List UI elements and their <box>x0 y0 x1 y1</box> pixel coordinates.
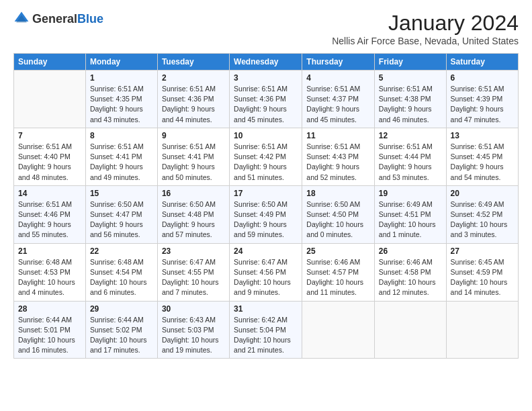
day-number: 9 <box>162 131 225 140</box>
day-number: 19 <box>379 189 442 198</box>
day-info: Sunrise: 6:51 AMSunset: 4:36 PMDaylight:… <box>234 84 298 125</box>
logo-icon <box>13 11 30 27</box>
day-info: Sunrise: 6:48 AMSunset: 4:53 PMDaylight:… <box>18 257 81 298</box>
logo-text-general: General <box>32 12 77 26</box>
day-number: 25 <box>306 246 370 256</box>
weekday-header-cell: Tuesday <box>157 54 229 71</box>
calendar-day-cell: 29Sunrise: 6:44 AMSunset: 5:02 PMDayligh… <box>85 301 157 359</box>
calendar-day-cell: 31Sunrise: 6:42 AMSunset: 5:04 PMDayligh… <box>230 301 302 359</box>
calendar-day-cell: 21Sunrise: 6:48 AMSunset: 4:53 PMDayligh… <box>14 243 86 301</box>
calendar-day-cell: 18Sunrise: 6:50 AMSunset: 4:50 PMDayligh… <box>302 185 375 243</box>
calendar-day-cell: 5Sunrise: 6:51 AMSunset: 4:38 PMDaylight… <box>374 71 446 128</box>
calendar-day-cell: 26Sunrise: 6:46 AMSunset: 4:58 PMDayligh… <box>374 243 446 301</box>
day-info: Sunrise: 6:44 AMSunset: 5:01 PMDaylight:… <box>18 315 81 356</box>
calendar-day-cell: 24Sunrise: 6:47 AMSunset: 4:56 PMDayligh… <box>230 243 302 301</box>
day-number: 10 <box>234 131 298 140</box>
day-info: Sunrise: 6:51 AMSunset: 4:35 PMDaylight:… <box>90 84 153 125</box>
day-info: Sunrise: 6:50 AMSunset: 4:50 PMDaylight:… <box>306 199 370 240</box>
weekday-header-cell: Wednesday <box>230 54 302 71</box>
calendar-day-cell: 28Sunrise: 6:44 AMSunset: 5:01 PMDayligh… <box>14 301 86 359</box>
day-number: 20 <box>451 189 514 198</box>
day-info: Sunrise: 6:51 AMSunset: 4:40 PMDaylight:… <box>18 142 81 183</box>
day-info: Sunrise: 6:51 AMSunset: 4:43 PMDaylight:… <box>306 142 370 183</box>
day-number: 16 <box>162 189 225 198</box>
weekday-header-cell: Sunday <box>14 54 86 71</box>
day-info: Sunrise: 6:46 AMSunset: 4:58 PMDaylight:… <box>379 257 442 298</box>
day-info: Sunrise: 6:49 AMSunset: 4:51 PMDaylight:… <box>379 199 442 240</box>
calendar-day-cell: 25Sunrise: 6:46 AMSunset: 4:57 PMDayligh… <box>302 243 375 301</box>
calendar-day-cell: 10Sunrise: 6:51 AMSunset: 4:42 PMDayligh… <box>230 128 302 185</box>
day-info: Sunrise: 6:51 AMSunset: 4:41 PMDaylight:… <box>162 142 225 183</box>
weekday-header-cell: Monday <box>85 54 157 71</box>
calendar-day-cell: 27Sunrise: 6:45 AMSunset: 4:59 PMDayligh… <box>446 243 518 301</box>
weekday-header-row: SundayMondayTuesdayWednesdayThursdayFrid… <box>14 54 519 71</box>
calendar-day-cell <box>302 301 375 359</box>
calendar-day-cell: 12Sunrise: 6:51 AMSunset: 4:44 PMDayligh… <box>374 128 446 185</box>
day-number: 15 <box>90 189 153 198</box>
day-number: 28 <box>18 304 81 314</box>
calendar-week-row: 21Sunrise: 6:48 AMSunset: 4:53 PMDayligh… <box>14 243 519 301</box>
day-info: Sunrise: 6:51 AMSunset: 4:38 PMDaylight:… <box>379 84 442 125</box>
day-number: 8 <box>90 131 153 140</box>
calendar-week-row: 14Sunrise: 6:51 AMSunset: 4:46 PMDayligh… <box>14 185 519 243</box>
day-number: 13 <box>451 131 514 140</box>
day-info: Sunrise: 6:46 AMSunset: 4:57 PMDaylight:… <box>306 257 370 298</box>
calendar-day-cell: 14Sunrise: 6:51 AMSunset: 4:46 PMDayligh… <box>14 185 86 243</box>
calendar-day-cell: 2Sunrise: 6:51 AMSunset: 4:36 PMDaylight… <box>157 71 229 128</box>
day-number: 21 <box>18 246 81 256</box>
day-info: Sunrise: 6:51 AMSunset: 4:36 PMDaylight:… <box>162 84 225 125</box>
calendar-week-row: 7Sunrise: 6:51 AMSunset: 4:40 PMDaylight… <box>14 128 519 185</box>
day-info: Sunrise: 6:47 AMSunset: 4:56 PMDaylight:… <box>234 257 298 298</box>
page-header: GeneralBlue January 2024 Nellis Air Forc… <box>13 11 519 46</box>
day-number: 12 <box>379 131 442 140</box>
day-number: 6 <box>451 73 514 83</box>
day-info: Sunrise: 6:51 AMSunset: 4:41 PMDaylight:… <box>90 142 153 183</box>
day-number: 2 <box>162 73 225 83</box>
day-info: Sunrise: 6:50 AMSunset: 4:48 PMDaylight:… <box>162 199 225 240</box>
calendar-day-cell: 17Sunrise: 6:50 AMSunset: 4:49 PMDayligh… <box>230 185 302 243</box>
logo-text-blue: Blue <box>77 12 103 26</box>
calendar-day-cell: 23Sunrise: 6:47 AMSunset: 4:55 PMDayligh… <box>157 243 229 301</box>
day-number: 7 <box>18 131 81 140</box>
weekday-header-cell: Saturday <box>446 54 518 71</box>
calendar-day-cell: 9Sunrise: 6:51 AMSunset: 4:41 PMDaylight… <box>157 128 229 185</box>
calendar-day-cell: 19Sunrise: 6:49 AMSunset: 4:51 PMDayligh… <box>374 185 446 243</box>
calendar-day-cell: 20Sunrise: 6:49 AMSunset: 4:52 PMDayligh… <box>446 185 518 243</box>
day-number: 29 <box>90 304 153 314</box>
calendar-day-cell <box>14 71 86 128</box>
calendar-body: 1Sunrise: 6:51 AMSunset: 4:35 PMDaylight… <box>14 71 519 359</box>
day-info: Sunrise: 6:45 AMSunset: 4:59 PMDaylight:… <box>451 257 514 298</box>
day-info: Sunrise: 6:51 AMSunset: 4:46 PMDaylight:… <box>18 199 81 240</box>
calendar-day-cell: 3Sunrise: 6:51 AMSunset: 4:36 PMDaylight… <box>230 71 302 128</box>
day-number: 3 <box>234 73 298 83</box>
weekday-header-cell: Thursday <box>302 54 375 71</box>
day-info: Sunrise: 6:51 AMSunset: 4:39 PMDaylight:… <box>451 84 514 125</box>
calendar-week-row: 1Sunrise: 6:51 AMSunset: 4:35 PMDaylight… <box>14 71 519 128</box>
day-info: Sunrise: 6:51 AMSunset: 4:37 PMDaylight:… <box>306 84 370 125</box>
calendar-day-cell <box>446 301 518 359</box>
day-number: 5 <box>379 73 442 83</box>
day-number: 17 <box>234 189 298 198</box>
calendar-table: SundayMondayTuesdayWednesdayThursdayFrid… <box>13 53 519 359</box>
day-number: 27 <box>451 246 514 256</box>
day-number: 14 <box>18 189 81 198</box>
day-info: Sunrise: 6:51 AMSunset: 4:44 PMDaylight:… <box>379 142 442 183</box>
calendar-day-cell: 8Sunrise: 6:51 AMSunset: 4:41 PMDaylight… <box>85 128 157 185</box>
calendar-day-cell: 13Sunrise: 6:51 AMSunset: 4:45 PMDayligh… <box>446 128 518 185</box>
day-info: Sunrise: 6:49 AMSunset: 4:52 PMDaylight:… <box>451 199 514 240</box>
day-number: 26 <box>379 246 442 256</box>
calendar-day-cell: 4Sunrise: 6:51 AMSunset: 4:37 PMDaylight… <box>302 71 375 128</box>
day-number: 4 <box>306 73 370 83</box>
calendar-day-cell: 30Sunrise: 6:43 AMSunset: 5:03 PMDayligh… <box>157 301 229 359</box>
day-info: Sunrise: 6:50 AMSunset: 4:49 PMDaylight:… <box>234 199 298 240</box>
day-info: Sunrise: 6:50 AMSunset: 4:47 PMDaylight:… <box>90 199 153 240</box>
title-block: January 2024 Nellis Air Force Base, Neva… <box>332 11 519 46</box>
day-number: 24 <box>234 246 298 256</box>
calendar-week-row: 28Sunrise: 6:44 AMSunset: 5:01 PMDayligh… <box>14 301 519 359</box>
day-info: Sunrise: 6:48 AMSunset: 4:54 PMDaylight:… <box>90 257 153 298</box>
day-number: 1 <box>90 73 153 83</box>
day-number: 30 <box>162 304 225 314</box>
day-info: Sunrise: 6:43 AMSunset: 5:03 PMDaylight:… <box>162 315 225 356</box>
day-number: 31 <box>234 304 298 314</box>
day-info: Sunrise: 6:51 AMSunset: 4:42 PMDaylight:… <box>234 142 298 183</box>
